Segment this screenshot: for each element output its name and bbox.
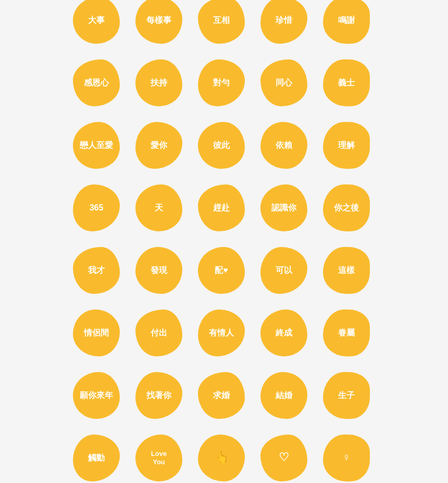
- stamp-15[interactable]: 理解: [323, 122, 370, 169]
- stamp-label-33: 求婚: [213, 390, 230, 400]
- stamp-label-40: ♀: [342, 451, 351, 464]
- stamp-27[interactable]: 付出: [135, 309, 182, 356]
- stamp-label-25: 這樣: [338, 265, 355, 275]
- stamp-label-18: 趕赴: [213, 203, 230, 213]
- stamp-label-29: 終成: [276, 328, 292, 338]
- stamp-34[interactable]: 結婚: [260, 372, 307, 419]
- stamp-label-34: 結婚: [276, 390, 292, 400]
- stamp-32[interactable]: 找著你: [135, 372, 182, 419]
- stamp-label-16: 365: [90, 203, 104, 213]
- stamp-grid: 大事每樣事互相珍惜鳴謝感恩心扶持對勻同心義士戀人至愛愛你彼此依賴理解365天趕赴…: [63, 0, 385, 483]
- stamp-label-27: 付出: [151, 328, 167, 338]
- stamp-18[interactable]: 趕赴: [198, 184, 245, 231]
- stamp-26[interactable]: 情侶間: [73, 309, 120, 356]
- stamp-label-1: 大事: [88, 15, 105, 25]
- stamp-label-37: Love You: [151, 450, 167, 466]
- stamp-23[interactable]: 配♥: [198, 247, 245, 294]
- stamp-14[interactable]: 依賴: [260, 122, 307, 169]
- stamp-label-31: 願你來年: [80, 390, 113, 400]
- stamp-label-20: 你之後: [334, 203, 359, 213]
- stamp-2[interactable]: 每樣事: [135, 0, 182, 44]
- stamp-13[interactable]: 彼此: [198, 122, 245, 169]
- stamp-9[interactable]: 同心: [260, 59, 307, 106]
- stamp-label-28: 有情人: [209, 328, 234, 338]
- stamp-label-36: 觸動: [88, 453, 105, 463]
- stamp-label-13: 彼此: [213, 140, 230, 150]
- stamp-10[interactable]: 義士: [323, 59, 370, 106]
- stamp-39[interactable]: ♡: [260, 435, 307, 481]
- stamp-25[interactable]: 這樣: [323, 247, 370, 294]
- stamp-21[interactable]: 我才: [73, 247, 120, 294]
- stamp-label-26: 情侶間: [84, 328, 109, 338]
- stamp-label-22: 發現: [151, 265, 167, 275]
- stamp-38[interactable]: 👆: [198, 435, 245, 481]
- stamp-label-14: 依賴: [276, 140, 292, 150]
- stamp-label-32: 找著你: [146, 390, 171, 400]
- stamp-label-7: 扶持: [151, 78, 167, 88]
- stamp-label-35: 生子: [338, 390, 355, 400]
- stamp-label-19: 認識你: [271, 203, 296, 213]
- stamp-33[interactable]: 求婚: [198, 372, 245, 419]
- stamp-24[interactable]: 可以: [260, 247, 307, 294]
- stamp-35[interactable]: 生子: [323, 372, 370, 419]
- stamp-label-12: 愛你: [151, 140, 167, 150]
- stamp-6[interactable]: 感恩心: [73, 59, 120, 106]
- stamp-20[interactable]: 你之後: [323, 184, 370, 231]
- stamp-label-30: 眷屬: [338, 328, 355, 338]
- stamp-label-8: 對勻: [213, 78, 230, 88]
- stamp-17[interactable]: 天: [135, 184, 182, 231]
- stamp-3[interactable]: 互相: [198, 0, 245, 44]
- stamp-22[interactable]: 發現: [135, 247, 182, 294]
- stamp-label-5: 鳴謝: [338, 15, 355, 25]
- stamp-label-10: 義士: [338, 78, 355, 88]
- stamp-label-3: 互相: [213, 15, 230, 25]
- stamp-label-17: 天: [155, 203, 163, 213]
- stamp-31[interactable]: 願你來年: [73, 372, 120, 419]
- stamp-30[interactable]: 眷屬: [323, 309, 370, 356]
- stamp-label-38: 👆: [215, 451, 229, 464]
- stamp-4[interactable]: 珍惜: [260, 0, 307, 44]
- stamp-36[interactable]: 觸動: [73, 435, 120, 481]
- stamp-label-39: ♡: [279, 451, 289, 464]
- stamp-label-21: 我才: [88, 265, 105, 275]
- stamp-11[interactable]: 戀人至愛: [73, 122, 120, 169]
- stamp-5[interactable]: 鳴謝: [323, 0, 370, 44]
- stamp-1[interactable]: 大事: [73, 0, 120, 44]
- stamp-40[interactable]: ♀: [323, 435, 370, 481]
- stamp-28[interactable]: 有情人: [198, 309, 245, 356]
- stamp-label-4: 珍惜: [276, 15, 292, 25]
- stamp-8[interactable]: 對勻: [198, 59, 245, 106]
- stamp-label-24: 可以: [276, 265, 292, 275]
- stamp-12[interactable]: 愛你: [135, 122, 182, 169]
- stamp-16[interactable]: 365: [73, 184, 120, 231]
- stamp-37[interactable]: Love You: [135, 435, 182, 481]
- stamp-label-11: 戀人至愛: [80, 140, 113, 150]
- stamp-label-2: 每樣事: [146, 15, 171, 25]
- stamp-label-15: 理解: [338, 140, 355, 150]
- stamp-label-6: 感恩心: [84, 78, 109, 88]
- stamp-label-23: 配♥: [215, 265, 228, 275]
- stamp-29[interactable]: 終成: [260, 309, 307, 356]
- stamp-19[interactable]: 認識你: [260, 184, 307, 231]
- stamp-label-9: 同心: [276, 78, 292, 88]
- stamp-7[interactable]: 扶持: [135, 59, 182, 106]
